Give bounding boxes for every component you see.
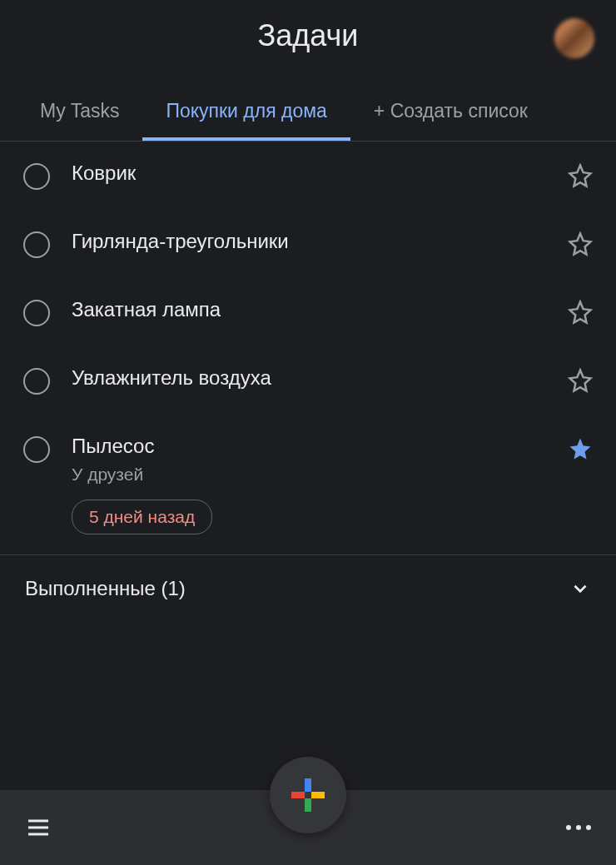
tab-shopping-home[interactable]: Покупки для дома [142,85,350,141]
task-subtitle: У друзей [72,465,546,485]
star-icon[interactable] [568,368,593,393]
add-task-button[interactable] [270,757,346,833]
task-content: Увлажнитель воздуха [72,366,546,390]
tab-my-tasks[interactable]: My Tasks [17,85,142,141]
task-checkbox[interactable] [23,436,50,463]
completed-section[interactable]: Выполненные (1) [0,554,616,622]
task-checkbox[interactable] [23,300,50,326]
task-checkbox[interactable] [23,231,50,258]
task-row[interactable]: Пылесос У друзей 5 дней назад [0,415,616,554]
page-title: Задачи [258,18,359,53]
tabs-bar: My Tasks Покупки для дома + Создать спис… [0,85,616,142]
task-content: Гирлянда-треугольники [72,230,546,253]
task-row[interactable]: Увлажнитель воздуха [0,346,616,415]
star-icon[interactable] [568,231,593,256]
tab-create-list[interactable]: + Создать список [350,85,551,141]
task-title: Пылесос [72,435,546,458]
star-icon[interactable] [568,436,593,461]
task-checkbox[interactable] [23,163,50,190]
task-row[interactable]: Гирлянда-треугольники [0,210,616,278]
plus-icon [291,778,325,812]
header: Задачи [0,0,616,68]
avatar[interactable] [554,18,594,58]
more-icon[interactable] [566,825,591,830]
hamburger-icon[interactable] [25,814,52,841]
task-date-chip[interactable]: 5 дней назад [72,500,212,534]
tasks-list: Коврик Гирлянда-треугольники Закатная ла… [0,142,616,554]
task-checkbox[interactable] [23,368,50,395]
task-content: Закатная лампа [72,298,546,321]
task-content: Пылесос У друзей 5 дней назад [72,435,546,534]
star-icon[interactable] [568,300,593,325]
task-title: Закатная лампа [72,298,546,321]
task-row[interactable]: Коврик [0,142,616,210]
task-title: Увлажнитель воздуха [72,366,546,390]
star-icon[interactable] [568,163,593,188]
task-title: Коврик [72,162,546,185]
task-content: Коврик [72,162,546,185]
task-row[interactable]: Закатная лампа [0,278,616,346]
chevron-down-icon [569,578,591,599]
task-title: Гирлянда-треугольники [72,230,546,253]
completed-label: Выполненные (1) [25,577,186,600]
